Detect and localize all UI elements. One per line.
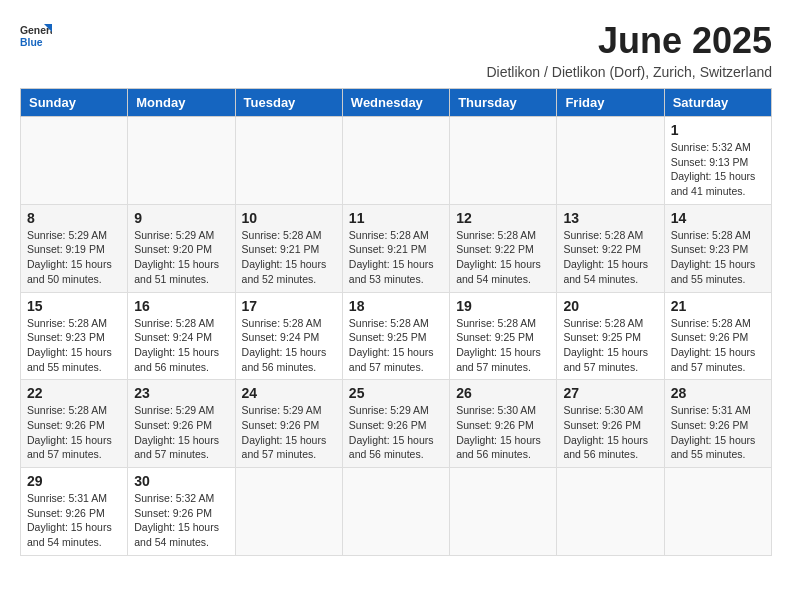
table-row: 8 Sunrise: 5:29 AM Sunset: 9:19 PM Dayli… bbox=[21, 204, 128, 292]
table-row: 20 Sunrise: 5:28 AM Sunset: 9:25 PM Dayl… bbox=[557, 292, 664, 380]
sunrise-text: Sunrise: 5:29 AM bbox=[27, 229, 107, 241]
day-number: 24 bbox=[242, 385, 336, 401]
sunrise-text: Sunrise: 5:28 AM bbox=[134, 317, 214, 329]
table-row bbox=[342, 117, 449, 205]
day-number: 15 bbox=[27, 298, 121, 314]
table-row bbox=[450, 468, 557, 556]
daylight-text: Daylight: 15 hours and 54 minutes. bbox=[27, 521, 112, 548]
col-friday: Friday bbox=[557, 89, 664, 117]
daylight-text: Daylight: 15 hours and 52 minutes. bbox=[242, 258, 327, 285]
sunrise-text: Sunrise: 5:28 AM bbox=[456, 229, 536, 241]
daylight-text: Daylight: 15 hours and 41 minutes. bbox=[671, 170, 756, 197]
sunrise-text: Sunrise: 5:28 AM bbox=[27, 404, 107, 416]
sunset-text: Sunset: 9:26 PM bbox=[563, 419, 641, 431]
day-number: 26 bbox=[456, 385, 550, 401]
day-info: Sunrise: 5:28 AM Sunset: 9:24 PM Dayligh… bbox=[242, 316, 336, 375]
svg-text:Blue: Blue bbox=[20, 37, 43, 48]
table-row: 27 Sunrise: 5:30 AM Sunset: 9:26 PM Dayl… bbox=[557, 380, 664, 468]
day-number: 12 bbox=[456, 210, 550, 226]
day-info: Sunrise: 5:32 AM Sunset: 9:13 PM Dayligh… bbox=[671, 140, 765, 199]
title-block: June 2025 Dietlikon / Dietlikon (Dorf), … bbox=[486, 20, 772, 80]
col-tuesday: Tuesday bbox=[235, 89, 342, 117]
sunset-text: Sunset: 9:21 PM bbox=[242, 243, 320, 255]
daylight-text: Daylight: 15 hours and 57 minutes. bbox=[27, 434, 112, 461]
daylight-text: Daylight: 15 hours and 54 minutes. bbox=[456, 258, 541, 285]
daylight-text: Daylight: 15 hours and 56 minutes. bbox=[456, 434, 541, 461]
calendar-week-row: 1 Sunrise: 5:32 AM Sunset: 9:13 PM Dayli… bbox=[21, 117, 772, 205]
day-number: 28 bbox=[671, 385, 765, 401]
sunrise-text: Sunrise: 5:28 AM bbox=[671, 229, 751, 241]
table-row: 18 Sunrise: 5:28 AM Sunset: 9:25 PM Dayl… bbox=[342, 292, 449, 380]
sunset-text: Sunset: 9:25 PM bbox=[349, 331, 427, 343]
daylight-text: Daylight: 15 hours and 54 minutes. bbox=[563, 258, 648, 285]
day-info: Sunrise: 5:29 AM Sunset: 9:26 PM Dayligh… bbox=[134, 403, 228, 462]
day-info: Sunrise: 5:29 AM Sunset: 9:19 PM Dayligh… bbox=[27, 228, 121, 287]
daylight-text: Daylight: 15 hours and 53 minutes. bbox=[349, 258, 434, 285]
table-row bbox=[128, 117, 235, 205]
sunrise-text: Sunrise: 5:29 AM bbox=[134, 404, 214, 416]
day-info: Sunrise: 5:30 AM Sunset: 9:26 PM Dayligh… bbox=[456, 403, 550, 462]
sunrise-text: Sunrise: 5:30 AM bbox=[456, 404, 536, 416]
sunset-text: Sunset: 9:23 PM bbox=[671, 243, 749, 255]
table-row: 12 Sunrise: 5:28 AM Sunset: 9:22 PM Dayl… bbox=[450, 204, 557, 292]
day-info: Sunrise: 5:28 AM Sunset: 9:23 PM Dayligh… bbox=[671, 228, 765, 287]
daylight-text: Daylight: 15 hours and 57 minutes. bbox=[349, 346, 434, 373]
sunrise-text: Sunrise: 5:29 AM bbox=[242, 404, 322, 416]
day-number: 1 bbox=[671, 122, 765, 138]
col-monday: Monday bbox=[128, 89, 235, 117]
sunset-text: Sunset: 9:26 PM bbox=[27, 419, 105, 431]
table-row bbox=[664, 468, 771, 556]
sunset-text: Sunset: 9:24 PM bbox=[134, 331, 212, 343]
day-number: 13 bbox=[563, 210, 657, 226]
sunset-text: Sunset: 9:26 PM bbox=[456, 419, 534, 431]
table-row: 30 Sunrise: 5:32 AM Sunset: 9:26 PM Dayl… bbox=[128, 468, 235, 556]
table-row: 26 Sunrise: 5:30 AM Sunset: 9:26 PM Dayl… bbox=[450, 380, 557, 468]
day-info: Sunrise: 5:32 AM Sunset: 9:26 PM Dayligh… bbox=[134, 491, 228, 550]
col-wednesday: Wednesday bbox=[342, 89, 449, 117]
sunrise-text: Sunrise: 5:31 AM bbox=[27, 492, 107, 504]
sunset-text: Sunset: 9:26 PM bbox=[134, 507, 212, 519]
day-info: Sunrise: 5:28 AM Sunset: 9:25 PM Dayligh… bbox=[563, 316, 657, 375]
sunrise-text: Sunrise: 5:28 AM bbox=[27, 317, 107, 329]
calendar-week-row: 8 Sunrise: 5:29 AM Sunset: 9:19 PM Dayli… bbox=[21, 204, 772, 292]
daylight-text: Daylight: 15 hours and 56 minutes. bbox=[563, 434, 648, 461]
day-number: 8 bbox=[27, 210, 121, 226]
day-number: 21 bbox=[671, 298, 765, 314]
sunrise-text: Sunrise: 5:28 AM bbox=[349, 229, 429, 241]
table-row: 16 Sunrise: 5:28 AM Sunset: 9:24 PM Dayl… bbox=[128, 292, 235, 380]
day-number: 10 bbox=[242, 210, 336, 226]
col-saturday: Saturday bbox=[664, 89, 771, 117]
day-info: Sunrise: 5:28 AM Sunset: 9:22 PM Dayligh… bbox=[563, 228, 657, 287]
sunrise-text: Sunrise: 5:29 AM bbox=[134, 229, 214, 241]
day-info: Sunrise: 5:31 AM Sunset: 9:26 PM Dayligh… bbox=[671, 403, 765, 462]
table-row: 9 Sunrise: 5:29 AM Sunset: 9:20 PM Dayli… bbox=[128, 204, 235, 292]
day-info: Sunrise: 5:28 AM Sunset: 9:25 PM Dayligh… bbox=[349, 316, 443, 375]
table-row: 1 Sunrise: 5:32 AM Sunset: 9:13 PM Dayli… bbox=[664, 117, 771, 205]
day-info: Sunrise: 5:28 AM Sunset: 9:21 PM Dayligh… bbox=[242, 228, 336, 287]
sunrise-text: Sunrise: 5:29 AM bbox=[349, 404, 429, 416]
sunset-text: Sunset: 9:21 PM bbox=[349, 243, 427, 255]
calendar-week-row: 29 Sunrise: 5:31 AM Sunset: 9:26 PM Dayl… bbox=[21, 468, 772, 556]
sunset-text: Sunset: 9:26 PM bbox=[134, 419, 212, 431]
table-row: 19 Sunrise: 5:28 AM Sunset: 9:25 PM Dayl… bbox=[450, 292, 557, 380]
table-row: 23 Sunrise: 5:29 AM Sunset: 9:26 PM Dayl… bbox=[128, 380, 235, 468]
day-number: 9 bbox=[134, 210, 228, 226]
daylight-text: Daylight: 15 hours and 56 minutes. bbox=[242, 346, 327, 373]
sunrise-text: Sunrise: 5:28 AM bbox=[242, 229, 322, 241]
calendar-header-row: Sunday Monday Tuesday Wednesday Thursday… bbox=[21, 89, 772, 117]
daylight-text: Daylight: 15 hours and 55 minutes. bbox=[671, 434, 756, 461]
day-number: 16 bbox=[134, 298, 228, 314]
day-info: Sunrise: 5:31 AM Sunset: 9:26 PM Dayligh… bbox=[27, 491, 121, 550]
table-row: 11 Sunrise: 5:28 AM Sunset: 9:21 PM Dayl… bbox=[342, 204, 449, 292]
table-row: 29 Sunrise: 5:31 AM Sunset: 9:26 PM Dayl… bbox=[21, 468, 128, 556]
table-row: 25 Sunrise: 5:29 AM Sunset: 9:26 PM Dayl… bbox=[342, 380, 449, 468]
table-row: 14 Sunrise: 5:28 AM Sunset: 9:23 PM Dayl… bbox=[664, 204, 771, 292]
table-row bbox=[21, 117, 128, 205]
sunset-text: Sunset: 9:26 PM bbox=[349, 419, 427, 431]
day-number: 11 bbox=[349, 210, 443, 226]
sunrise-text: Sunrise: 5:32 AM bbox=[671, 141, 751, 153]
table-row bbox=[235, 117, 342, 205]
sunset-text: Sunset: 9:24 PM bbox=[242, 331, 320, 343]
sunset-text: Sunset: 9:20 PM bbox=[134, 243, 212, 255]
day-info: Sunrise: 5:28 AM Sunset: 9:25 PM Dayligh… bbox=[456, 316, 550, 375]
